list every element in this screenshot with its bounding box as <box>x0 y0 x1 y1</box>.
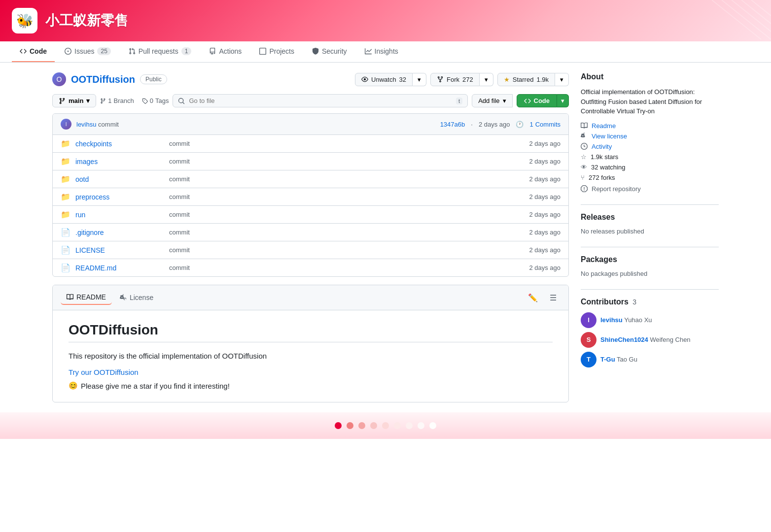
dot <box>418 422 424 429</box>
folder-icon: 📁 <box>61 192 70 201</box>
file-name[interactable]: .gitignore <box>75 229 164 236</box>
file-time: 2 days ago <box>529 140 561 147</box>
dot <box>406 422 413 429</box>
add-file-group: Add file ▾ <box>472 94 512 107</box>
branch-name: main <box>69 97 83 104</box>
code-dropdown[interactable]: ▾ <box>557 94 569 107</box>
code-button[interactable]: Code <box>517 94 558 107</box>
file-row: 📄 LICENSE commit 2 days ago <box>53 241 568 259</box>
repo-header: O OOTDiffusion Public Unwatch 32 ▾ <box>52 72 569 86</box>
repo-visibility: Public <box>140 74 167 84</box>
contributors-count: 3 <box>632 298 636 306</box>
commits-link[interactable]: 1 Commits <box>529 121 561 128</box>
fork-dropdown[interactable]: ▾ <box>480 73 493 86</box>
unwatch-count: 32 <box>399 76 406 83</box>
branch-count[interactable]: 1 Branch <box>100 97 134 104</box>
report-link[interactable]: Report repository <box>581 185 719 193</box>
commit-dot: · <box>471 121 473 128</box>
unwatch-button[interactable]: Unwatch 32 <box>355 73 413 86</box>
tab-insights[interactable]: Insights <box>357 41 406 62</box>
file-row: 📁 run commit 2 days ago <box>53 206 568 224</box>
eye-icon: 👁 <box>581 164 587 171</box>
file-name[interactable]: LICENSE <box>75 246 164 254</box>
contributor-info: ShineChen1024 Weifeng Chen <box>600 336 691 343</box>
repo-name[interactable]: OOTDiffusion <box>71 74 135 85</box>
add-file-button[interactable]: Add file ▾ <box>472 94 512 107</box>
edit-readme-button[interactable]: ✏️ <box>524 291 542 304</box>
top-header: 🐝 小工蚁新零售 <box>0 0 771 41</box>
commit-meta: 1347a6b · 2 days ago 🕐 1 Commits <box>440 121 561 128</box>
tags-count[interactable]: 0 Tags <box>142 97 169 104</box>
activity-link[interactable]: Activity <box>581 143 719 150</box>
file-icon: 📄 <box>61 263 70 272</box>
issues-badge: 25 <box>97 47 110 55</box>
file-commit: commit <box>169 229 524 236</box>
tab-actions[interactable]: Actions <box>201 41 249 62</box>
file-commit: commit <box>169 246 524 254</box>
commit-hash[interactable]: 1347a6b <box>440 121 465 128</box>
readme-tab[interactable]: README <box>61 290 112 305</box>
sidebar: About Official implementation of OOTDiff… <box>581 72 719 402</box>
about-desc: Official implementation of OOTDiffusion:… <box>581 87 719 116</box>
file-icon: 📄 <box>61 245 70 255</box>
tab-issues[interactable]: Issues 25 <box>57 41 119 62</box>
unwatch-label: Unwatch <box>371 76 396 83</box>
file-name[interactable]: preprocess <box>75 193 164 201</box>
tab-pulls[interactable]: Pull requests 1 <box>121 41 200 62</box>
readme-header: README License ✏️ ☰ <box>53 285 568 310</box>
add-file-label: Add file <box>478 97 499 104</box>
repo-name-row: O OOTDiffusion Public <box>52 72 167 86</box>
nav-tabs: Code Issues 25 Pull requests 1 Actions P… <box>0 41 771 63</box>
contributor-row: T T-Gu Tao Gu <box>581 352 719 367</box>
file-name[interactable]: run <box>75 211 164 219</box>
tab-code[interactable]: Code <box>12 41 55 62</box>
file-name[interactable]: ootd <box>75 175 164 183</box>
dot <box>335 422 342 429</box>
file-name[interactable]: checkpoints <box>75 140 164 148</box>
readme-actions: ✏️ ☰ <box>524 291 561 304</box>
readme-emoji-line: 😊 Please give me a star if you find it i… <box>69 381 553 390</box>
forks-label: 272 forks <box>589 174 615 181</box>
file-name[interactable]: README.md <box>75 264 164 272</box>
forks-stat: ⑂ 272 forks <box>581 174 719 181</box>
stars-label: 1.9k stars <box>591 153 618 161</box>
tab-security[interactable]: Security <box>304 41 355 62</box>
branch-meta: 1 Branch 0 Tags <box>100 97 169 104</box>
file-row: 📁 ootd commit 2 days ago <box>53 170 568 188</box>
fork-label: Fork <box>447 76 459 83</box>
search-input-wrap[interactable]: t <box>173 94 468 107</box>
search-bar: t <box>173 94 468 107</box>
contributor-avatar: l <box>581 312 596 328</box>
contributor-name[interactable]: T-Gu <box>600 356 615 363</box>
outline-button[interactable]: ☰ <box>546 291 561 304</box>
star-icon: ★ <box>504 76 510 83</box>
sidebar-divider-1 <box>581 204 719 205</box>
readme-tab-label: README <box>76 293 106 301</box>
file-commit: commit <box>169 158 524 165</box>
file-row: 📁 checkpoints commit 2 days ago <box>53 135 568 153</box>
star-dropdown[interactable]: ▾ <box>555 73 569 86</box>
contributor-row: S ShineChen1024 Weifeng Chen <box>581 332 719 348</box>
readme-link[interactable]: Try our OOTDiffusion <box>69 368 139 376</box>
license-link-sidebar[interactable]: View license <box>581 133 719 140</box>
fork-button[interactable]: Fork 272 <box>430 73 480 86</box>
contributor-name[interactable]: ShineChen1024 <box>600 336 648 343</box>
watching-stat: 👁 32 watching <box>581 164 719 171</box>
contributor-name[interactable]: levihsu <box>600 316 623 324</box>
star-button[interactable]: ★ Starred 1.9k <box>497 73 555 86</box>
file-name[interactable]: images <box>75 158 164 166</box>
dot <box>394 422 401 429</box>
search-kbd: t <box>456 98 462 104</box>
commits-count: 1 <box>529 121 533 128</box>
unwatch-group: Unwatch 32 ▾ <box>355 73 426 86</box>
readme-link-sidebar[interactable]: Readme <box>581 122 719 130</box>
search-input[interactable] <box>189 97 452 104</box>
commit-time: 2 days ago <box>479 121 510 128</box>
branch-selector[interactable]: main ▾ <box>52 94 96 107</box>
unwatch-dropdown[interactable]: ▾ <box>413 73 426 86</box>
file-time: 2 days ago <box>529 211 561 218</box>
tab-projects[interactable]: Projects <box>251 41 302 62</box>
dot <box>382 422 389 429</box>
commit-author[interactable]: levihsu <box>76 121 96 128</box>
license-tab[interactable]: License <box>114 290 159 305</box>
